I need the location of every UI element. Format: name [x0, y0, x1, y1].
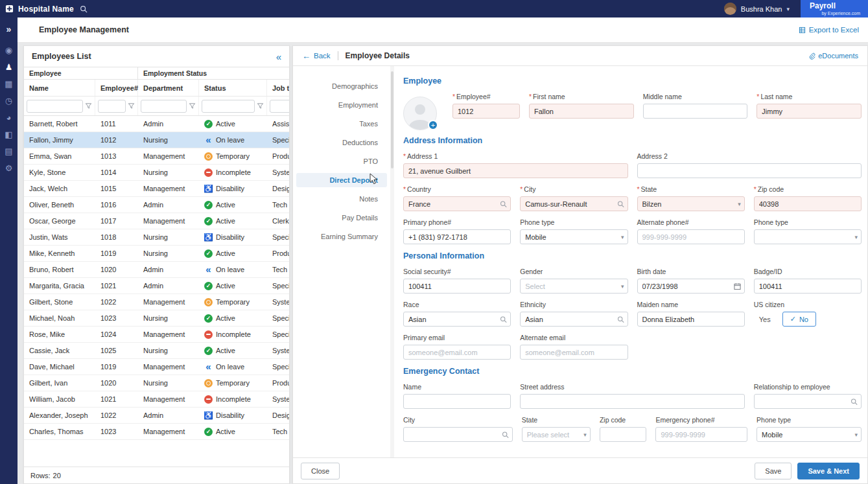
details-nav-earning-summary[interactable]: Earning Summary	[296, 229, 387, 244]
column-header-name[interactable]: Name	[24, 80, 95, 96]
table-row[interactable]: Margarita, Gracia 1021 Admin Active Spec…	[24, 278, 289, 294]
column-header-employee-id[interactable]: Employee#	[95, 80, 138, 96]
table-row[interactable]: Jack, Welch 1015 Management Disability D…	[24, 181, 289, 197]
us-citizen-no-option[interactable]: ✓ No	[782, 312, 816, 327]
middle-name-input[interactable]	[643, 104, 748, 119]
relationship-input[interactable]	[754, 394, 862, 409]
zip-input[interactable]	[754, 196, 862, 211]
export-to-excel-link[interactable]: Export to Excel	[799, 26, 859, 34]
user-name[interactable]: Bushra Khan	[741, 5, 782, 13]
emergency-phone-input[interactable]	[655, 427, 747, 442]
alternate-phone-input[interactable]	[637, 229, 745, 244]
ssn-input[interactable]	[403, 279, 511, 294]
us-citizen-yes-option[interactable]: Yes	[754, 316, 776, 323]
table-row[interactable]: Mike, Kenneth 1019 Nursing Active Produ	[24, 246, 289, 262]
details-nav-deductions[interactable]: Deductions	[296, 135, 387, 150]
last-name-input[interactable]	[757, 104, 862, 119]
city-input[interactable]	[520, 196, 628, 211]
table-row[interactable]: Justin, Wats 1018 Nursing Disability Spe…	[24, 229, 289, 246]
search-icon[interactable]	[80, 5, 88, 13]
table-row[interactable]: William, Jacob 1021 Management Incomplet…	[24, 391, 289, 408]
documents-icon[interactable]: ◧	[5, 130, 12, 139]
birth-date-input[interactable]	[637, 279, 745, 294]
grid-icon[interactable]: ▦	[5, 80, 12, 88]
details-nav-direct-deposit[interactable]: Direct Deposit	[296, 173, 387, 187]
first-name-input[interactable]	[529, 104, 634, 119]
address2-input[interactable]	[637, 163, 862, 178]
table-row[interactable]: Michael, Noah 1023 Nursing Active Speci	[24, 310, 289, 327]
table-row[interactable]: Rose, Mike 1024 Management Incomplete Sp…	[24, 327, 289, 343]
filter-employee-id-input[interactable]	[98, 100, 126, 113]
collapse-panel-icon[interactable]: «	[276, 52, 281, 62]
table-row[interactable]: Gilbert, Ivan 1020 Nursing Temporary Pro…	[24, 375, 289, 391]
reports-icon[interactable]: ◕	[6, 113, 12, 122]
scrollbar[interactable]	[390, 66, 394, 457]
badge-id-input[interactable]	[754, 279, 862, 294]
emergency-city-input[interactable]	[403, 427, 513, 442]
dashboard-icon[interactable]: ◉	[5, 46, 12, 54]
add-photo-button[interactable]: +	[428, 120, 438, 130]
filter-icon[interactable]	[128, 102, 135, 109]
maiden-name-input[interactable]	[637, 312, 745, 327]
table-row[interactable]: Kyle, Stone 1014 Nursing Incomplete Syst…	[24, 165, 289, 181]
details-nav-demographics[interactable]: Demographics	[296, 79, 387, 93]
status-icon	[204, 249, 213, 258]
state-select[interactable]	[637, 196, 745, 211]
expand-sidebar-icon[interactable]: »	[6, 25, 12, 34]
employees-icon[interactable]: ♟	[5, 63, 13, 71]
table-row[interactable]: Barnett, Robert 1011 Admin Active Assis	[24, 116, 289, 132]
table-row[interactable]: Emma, Swan 1013 Management Temporary Pro…	[24, 148, 289, 165]
table-row[interactable]: Oscar, George 1017 Management Active Cle…	[24, 213, 289, 229]
emergency-phone-type-select[interactable]	[757, 427, 862, 442]
chevron-down-icon[interactable]: ▾	[786, 6, 790, 12]
alternate-phone-type-select[interactable]	[754, 229, 862, 244]
filter-icon[interactable]	[189, 102, 196, 109]
gender-select[interactable]	[520, 279, 628, 294]
user-avatar[interactable]	[724, 3, 736, 15]
primary-email-input[interactable]	[403, 345, 511, 360]
details-nav-pto[interactable]: PTO	[296, 154, 387, 168]
emergency-name-input[interactable]	[403, 394, 511, 409]
table-row[interactable]: Cassie, Jack 1025 Nursing Active Syste	[24, 343, 289, 359]
table-row[interactable]: Gilbert, Stone 1022 Management Temporary…	[24, 294, 289, 310]
table-row[interactable]: Dave, Michael 1019 Management On leave S…	[24, 359, 289, 375]
filter-department-input[interactable]	[141, 100, 187, 113]
time-icon[interactable]: ◷	[5, 97, 12, 105]
calendar-icon[interactable]: ▤	[5, 147, 12, 156]
alternate-email-input[interactable]	[520, 345, 628, 360]
table-row[interactable]: Fallon, Jimmy 1012 Nursing On leave Spec…	[24, 132, 289, 148]
column-header-department[interactable]: Department	[138, 80, 199, 96]
employee-number-input[interactable]	[452, 104, 520, 119]
details-nav-taxes[interactable]: Taxes	[296, 117, 387, 131]
filter-name-input[interactable]	[27, 100, 83, 113]
ethnicity-input[interactable]	[520, 312, 628, 327]
race-input[interactable]	[403, 312, 511, 327]
settings-icon[interactable]: ⚙	[5, 164, 13, 172]
details-nav-pay-details[interactable]: Pay Details	[296, 211, 387, 225]
address1-input[interactable]	[403, 163, 628, 178]
emergency-street-input[interactable]	[520, 394, 745, 409]
table-row[interactable]: Alexander, Joseph 1022 Admin Disability …	[24, 408, 289, 424]
filter-status-input[interactable]	[202, 100, 255, 113]
emergency-zip-input[interactable]	[600, 427, 647, 442]
column-header-status[interactable]: Status	[199, 80, 267, 96]
close-button[interactable]: Close	[301, 463, 340, 479]
save-next-button[interactable]: Save & Next	[797, 463, 860, 479]
back-button[interactable]: ← Back	[302, 51, 331, 61]
emergency-state-select[interactable]	[522, 427, 591, 442]
edocuments-link[interactable]: eDocuments	[808, 52, 858, 60]
details-nav-notes[interactable]: Notes	[296, 192, 387, 206]
primary-phone-input[interactable]	[403, 229, 511, 244]
filter-icon[interactable]	[85, 102, 92, 109]
table-row[interactable]: Oliver, Beneth 1016 Admin Active Tech	[24, 197, 289, 213]
phone-type-select[interactable]	[520, 229, 628, 244]
country-input[interactable]	[403, 196, 511, 211]
column-header-job-title[interactable]: Job title	[267, 80, 290, 96]
details-nav-employment[interactable]: Employment	[296, 98, 387, 112]
filter-icon[interactable]	[257, 102, 264, 109]
save-button[interactable]: Save	[755, 463, 792, 479]
filter-job-title-input[interactable]	[270, 100, 290, 113]
scrollbar-thumb[interactable]	[391, 71, 393, 168]
table-row[interactable]: Charles, Thomas 1023 Management Active T…	[24, 424, 289, 440]
table-row[interactable]: Bruno, Robert 1020 Admin On leave Tech	[24, 262, 289, 278]
